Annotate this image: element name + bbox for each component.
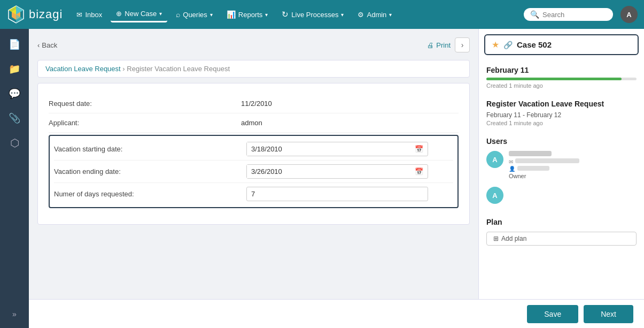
user-row-1: A ✉ 👤 Owner (486, 151, 637, 179)
user-email-blurred (515, 158, 579, 163)
search-bar[interactable]: 🔍 (524, 8, 613, 21)
nav-reports[interactable]: 📊 Reports ▾ (221, 7, 274, 22)
bottom-bar: Save Next (29, 299, 644, 328)
rp-plan-label: Plan (486, 218, 637, 226)
main-layout: 📄 📁 💬 📎 ⬡ » ‹ Back (0, 29, 644, 328)
admin-icon: ⚙ (358, 11, 364, 19)
vacation-start-label: Vacation starting date: (54, 145, 246, 153)
user-avatar-nav[interactable]: A (620, 6, 638, 23)
topbar-right: 🖨 Print › (427, 37, 470, 52)
inbox-icon: ✉ (76, 11, 82, 19)
email-icon: ✉ (509, 159, 513, 165)
case-header: ★ 🔗 Case 502 (484, 34, 639, 55)
days-input[interactable] (246, 187, 428, 201)
vacation-end-input-wrapper: 📅 (246, 164, 428, 179)
sidebar-item-tree[interactable]: ⬡ (4, 133, 25, 153)
user-role-blurred (517, 166, 549, 171)
sidebar-item-chat[interactable]: 💬 (4, 83, 25, 104)
request-date-label: Request date: (49, 100, 241, 108)
next-button[interactable]: Next (584, 305, 633, 323)
logo[interactable]: bizagi (6, 5, 63, 24)
progress-bar-fill (486, 78, 622, 80)
vacation-end-label: Vacation ending date: (54, 167, 246, 176)
nav-new-case[interactable]: ⊕ New Case ▾ (111, 6, 167, 22)
progress-bar-bg (486, 78, 637, 80)
admin-caret: ▾ (389, 12, 392, 18)
case-title: Case 502 (517, 40, 552, 49)
search-icon: 🔍 (530, 10, 539, 19)
rp-created-meta: Created 1 minute ago (486, 82, 637, 89)
attachment-icon: 📎 (9, 112, 20, 124)
print-button[interactable]: 🖨 Print (427, 41, 451, 49)
work-area: ‹ Back 🖨 Print › Vacat (29, 29, 644, 299)
rp-users-label: Users (486, 137, 637, 146)
queries-icon: ⌕ (176, 10, 180, 19)
calendar-icon-end[interactable]: 📅 (410, 165, 428, 178)
breadcrumb-part1[interactable]: Vacation Leave Request (45, 65, 121, 73)
applicant-label: Applicant: (49, 119, 241, 127)
folder-icon: 📁 (9, 63, 20, 75)
nav-queries[interactable]: ⌕ Queries ▾ (170, 7, 218, 22)
queries-caret: ▾ (210, 12, 213, 18)
document-icon: 📄 (9, 39, 20, 50)
case-link-icon: 🔗 (503, 41, 513, 49)
vacation-start-input[interactable] (247, 142, 410, 156)
form-card: Request date: 11/2/2010 Applicant: admon… (37, 83, 470, 225)
top-navigation: bizagi ✉ Inbox ⊕ New Case ▾ ⌕ Queries ▾ … (0, 0, 644, 29)
rp-task-date-range: February 11 - February 12 (486, 111, 637, 119)
logo-text: bizagi (29, 7, 63, 21)
vacation-start-input-wrapper: 📅 (246, 142, 428, 156)
next-arrow-button[interactable]: › (455, 37, 470, 52)
right-panel: ★ 🔗 Case 502 February 11 Created 1 minut… (478, 29, 644, 299)
person-icon: 👤 (509, 166, 515, 172)
sidebar-item-attachment[interactable]: 📎 (4, 108, 25, 128)
print-icon: 🖨 (427, 41, 434, 49)
days-label: Numer of days requested: (54, 190, 246, 198)
save-button[interactable]: Save (527, 305, 578, 323)
nav-admin[interactable]: ⚙ Admin ▾ (352, 7, 397, 22)
right-panel-content: February 11 Created 1 minute ago Registe… (479, 60, 644, 253)
user-owner-label: Owner (509, 173, 637, 179)
star-icon[interactable]: ★ (492, 40, 499, 50)
breadcrumb: Vacation Leave Request › Register Vacati… (37, 60, 470, 78)
user-row-2: A (486, 187, 637, 204)
form-panel: ‹ Back 🖨 Print › Vacat (29, 29, 478, 299)
applicant-value: admon (241, 119, 262, 127)
user-name-blurred (509, 151, 552, 156)
vacation-end-input[interactable] (247, 165, 410, 178)
add-plan-button[interactable]: ⊞ Add plan (486, 232, 637, 246)
nav-live-processes[interactable]: ↻ Live Processes ▾ (276, 6, 349, 22)
request-date-value: 11/2/2010 (241, 100, 272, 108)
sidebar-item-folder[interactable]: 📁 (4, 59, 25, 79)
sidebar-bottom: » (0, 307, 29, 328)
user-avatar-2: A (486, 187, 503, 204)
back-button[interactable]: ‹ Back (37, 41, 57, 49)
back-chevron-icon: ‹ (37, 41, 40, 49)
search-input[interactable] (542, 11, 607, 19)
sidebar-item-document[interactable]: 📄 (4, 34, 25, 55)
reports-caret: ▾ (265, 12, 268, 18)
rp-date: February 11 (486, 66, 637, 74)
form-section-highlighted: Vacation starting date: 📅 Vacation endin… (49, 135, 459, 208)
sidebar-expand-button[interactable]: » (4, 307, 25, 322)
nav-inbox[interactable]: ✉ Inbox (71, 7, 107, 22)
chat-icon: 💬 (9, 88, 20, 100)
reports-icon: 📊 (227, 10, 236, 19)
new-case-icon: ⊕ (116, 10, 122, 18)
back-label: Back (42, 41, 57, 49)
calendar-icon-start[interactable]: 📅 (410, 142, 428, 156)
rp-task-title: Register Vacation Leave Request (486, 100, 637, 108)
live-processes-caret: ▾ (341, 12, 344, 18)
rp-task-created: Created 1 minute ago (486, 120, 637, 126)
user-info-1: ✉ 👤 Owner (509, 151, 637, 179)
form-row-vacation-start: Vacation starting date: 📅 (54, 138, 453, 161)
add-plan-icon: ⊞ (493, 235, 499, 242)
form-topbar: ‹ Back 🖨 Print › (37, 35, 470, 55)
form-row-request-date: Request date: 11/2/2010 (49, 94, 459, 113)
add-plan-label: Add plan (501, 235, 526, 242)
tree-icon: ⬡ (10, 136, 19, 149)
bizagi-logo-icon (6, 5, 26, 24)
form-row-days: Numer of days requested: (54, 183, 453, 205)
left-sidebar: 📄 📁 💬 📎 ⬡ » (0, 29, 29, 328)
print-label: Print (436, 41, 451, 49)
